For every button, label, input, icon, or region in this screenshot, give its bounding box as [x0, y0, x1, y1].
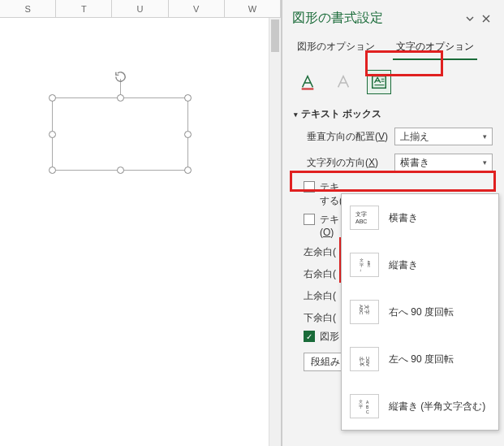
text-direction-label: 文字列の方向(X)	[307, 156, 394, 170]
resize-handle[interactable]	[49, 94, 56, 102]
section-title: テキスト ボックス	[301, 107, 381, 121]
tab-shape-options[interactable]: 図形のオプション	[294, 33, 378, 60]
column-headers: S T U V W	[0, 0, 281, 18]
selected-shape[interactable]	[52, 75, 188, 171]
textbox-icon[interactable]	[367, 70, 391, 94]
chevron-down-icon: ▾	[483, 158, 487, 167]
dd-option-vertical[interactable]: 文字↓ABC 縦書き	[342, 241, 498, 288]
svg-text:↓: ↓	[360, 267, 362, 272]
svg-text:文字: 文字	[355, 211, 367, 217]
svg-text:ABC: ABC	[365, 356, 370, 366]
dd-option-vertical-halfwidth[interactable]: 文字ABC 縦書き (半角文字含む)	[342, 383, 498, 430]
text-option-category-icons	[282, 60, 504, 101]
pane-tabs: 図形のオプション 文字のオプション	[282, 33, 504, 60]
resize-handle[interactable]	[184, 94, 192, 102]
col-header[interactable]: T	[56, 0, 112, 17]
col-header[interactable]: V	[169, 0, 225, 17]
svg-text:文字: 文字	[359, 357, 364, 366]
svg-rect-0	[302, 88, 314, 89]
close-icon[interactable]	[478, 11, 494, 27]
resize-handle[interactable]	[117, 167, 124, 174]
svg-text:ABC: ABC	[367, 261, 371, 267]
chevron-down-icon: ▾	[294, 110, 298, 119]
text-direction-dropdown: 文字ABC 横書き 文字↓ABC 縦書き 文字ABC 右へ 90 度回転 文字A…	[341, 193, 499, 431]
col-header[interactable]: S	[0, 0, 56, 17]
resize-handle[interactable]	[184, 167, 192, 174]
rotate-right-icon: 文字ABC	[350, 300, 379, 324]
resize-handle[interactable]	[184, 131, 192, 138]
format-shape-pane: 図形の書式設定 図形のオプション 文字のオプション ▾ テキスト ボックス 垂直…	[282, 0, 504, 446]
svg-text:字: 字	[359, 404, 363, 409]
dd-option-rotate-left[interactable]: 文字ABC 左へ 90 度回転	[342, 336, 498, 383]
dd-option-rotate-right[interactable]: 文字ABC 右へ 90 度回転	[342, 288, 498, 336]
svg-text:文字: 文字	[364, 305, 370, 314]
text-direction-select[interactable]: 横書き▾	[394, 154, 493, 171]
vertical-alignment-select[interactable]: 上揃え▾	[394, 128, 493, 145]
resize-handle[interactable]	[117, 94, 124, 102]
svg-text:ABC: ABC	[359, 305, 364, 315]
pane-title: 図形の書式設定	[292, 10, 383, 27]
text-fill-outline-icon[interactable]	[295, 70, 320, 94]
vertical-text-icon: 文字↓ABC	[350, 253, 379, 277]
rotation-handle-icon[interactable]	[114, 70, 127, 84]
svg-rect-1	[373, 76, 386, 89]
col-header[interactable]: W	[225, 0, 281, 17]
col-header[interactable]: U	[112, 0, 168, 17]
vertical-scrollbar[interactable]	[269, 18, 281, 446]
chevron-down-icon: ▾	[483, 132, 487, 141]
checkbox-icon	[304, 181, 315, 193]
scroll-thumb[interactable]	[271, 19, 279, 52]
worksheet-area[interactable]: S T U V W	[0, 0, 282, 446]
text-effects-icon[interactable]	[331, 70, 355, 94]
tab-text-options[interactable]: 文字のオプション	[393, 33, 477, 60]
svg-text:C: C	[366, 409, 369, 414]
vertical-alignment-label: 垂直方向の配置(V)	[307, 130, 394, 144]
shape-rectangle[interactable]	[52, 97, 188, 171]
resize-handle[interactable]	[49, 131, 56, 138]
resize-handle[interactable]	[49, 167, 56, 174]
vertical-halfwidth-icon: 文字ABC	[350, 394, 379, 418]
svg-text:ABC: ABC	[355, 219, 367, 224]
rotate-left-icon: 文字ABC	[350, 347, 379, 371]
pane-options-icon[interactable]	[462, 11, 478, 27]
dd-option-horizontal[interactable]: 文字ABC 横書き	[342, 194, 498, 241]
checkbox-checked-icon: ✓	[304, 331, 315, 342]
horizontal-text-icon: 文字ABC	[350, 206, 379, 230]
checkbox-icon	[304, 214, 315, 225]
section-textbox-header[interactable]: ▾ テキスト ボックス	[294, 104, 493, 124]
